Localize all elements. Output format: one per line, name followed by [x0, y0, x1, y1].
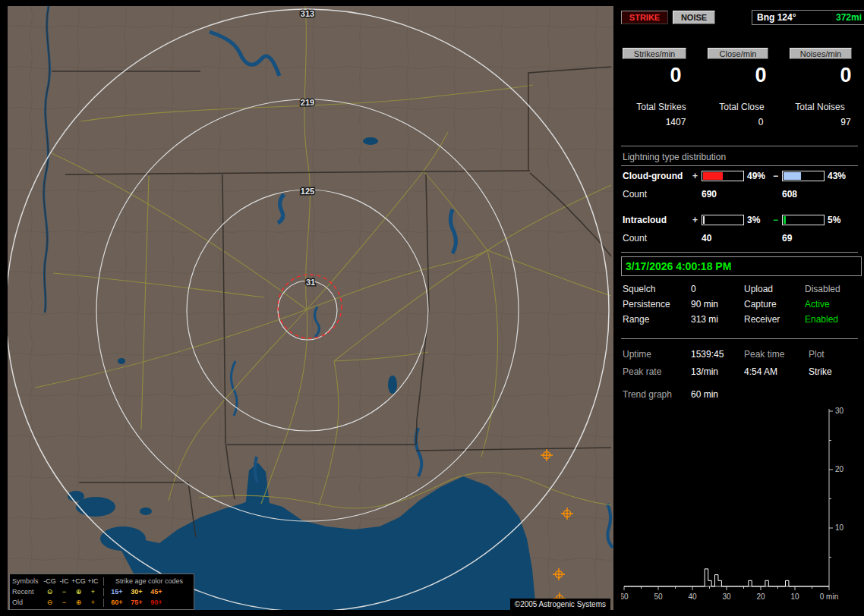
plot-label: Plot [809, 349, 825, 360]
status-panel: STRIKE NOISE Bng 124° 372mi Strikes/min … [621, 6, 858, 610]
bearing-range: 372mi [836, 12, 862, 23]
age-45: 45+ [147, 586, 166, 597]
copyright-text: ©2005 Astrogenic Systems [510, 599, 610, 610]
ring-label-31: 31 [306, 278, 315, 287]
total-strikes-label: Total Strikes [621, 102, 702, 112]
age-90: 90+ [147, 597, 166, 608]
legend-divider [103, 588, 104, 596]
svg-text:10: 10 [790, 592, 799, 601]
range-value: 313 mi [691, 314, 718, 325]
neg-ic-recent-icon: − [57, 586, 71, 597]
persistence-label: Persistence [623, 299, 670, 310]
receiver-value: Enabled [805, 314, 838, 325]
intracloud-count-row: Count 40 69 [621, 233, 858, 245]
datetime-display: 3/17/2026 4:00:18 PM [621, 256, 862, 276]
cloud-ground-row: Cloud-ground + 49% − 43% [621, 171, 858, 183]
trend-axes [624, 409, 829, 586]
noises-per-min-value: 0 [806, 64, 864, 87]
positive-sign: + [692, 171, 698, 181]
upload-label: Upload [744, 284, 773, 295]
persistence-value: 90 min [691, 299, 718, 310]
positive-sign: + [692, 215, 698, 225]
trend-graph-row: Trend graph 60 min [621, 389, 858, 401]
total-noises-value: 97 [806, 117, 864, 127]
pos-cg-recent-icon: ⊕ [71, 586, 86, 597]
legend-col-neg-ic: -IC [57, 576, 71, 586]
strikes-per-min-chip: Strikes/min [623, 48, 686, 59]
plot-value: Strike [809, 366, 832, 378]
svg-text:20: 20 [835, 465, 844, 473]
squelch-label: Squelch [623, 284, 655, 295]
ring-label-125: 125 [301, 187, 314, 196]
strikes-per-min-value: 0 [636, 64, 715, 87]
noises-per-min-chip: Noises/min [790, 48, 852, 59]
neg-ic-old-icon: − [57, 597, 71, 608]
age-15: 15+ [107, 586, 127, 597]
noise-toggle-button[interactable]: NOISE [673, 11, 715, 24]
negative-sign: − [773, 215, 778, 225]
peak-rate-row: Peak rate 13/min 4:54 AM Strike [621, 366, 858, 379]
trend-chart: 6050403020100 min 102030 [621, 405, 858, 610]
age-75: 75+ [127, 597, 147, 608]
svg-text:30: 30 [722, 592, 731, 601]
ring-label-219: 219 [301, 98, 314, 107]
squelch-value: 0 [691, 284, 696, 295]
peak-time-value: 4:54 AM [744, 366, 777, 378]
svg-text:0 min: 0 min [820, 592, 838, 601]
count-label: Count [623, 233, 647, 244]
cg-negative-pct: 43% [828, 171, 846, 181]
ic-positive-bar [702, 215, 744, 225]
bearing-display: Bng 124° 372mi [752, 10, 864, 25]
legend-symbols-header: Symbols [12, 576, 43, 586]
svg-text:40: 40 [688, 592, 697, 601]
legend-old-label: Old [12, 597, 43, 608]
map-view[interactable]: 313 219 125 31 Symbols -CG -IC +CG +IC S… [8, 6, 613, 610]
total-noises-label: Total Noises [782, 102, 858, 112]
total-strikes-value: 1407 [636, 117, 715, 127]
strike-toggle-button[interactable]: STRIKE [621, 11, 668, 24]
age-30: 30+ [127, 586, 147, 597]
pos-ic-old-icon: + [86, 597, 100, 608]
capture-label: Capture [744, 299, 777, 310]
ic-negative-pct: 5% [828, 215, 840, 225]
divider [621, 252, 858, 253]
intracloud-label: Intracloud [623, 215, 667, 225]
ring-label-313: 313 [301, 9, 314, 18]
pos-ic-recent-icon: + [86, 586, 100, 597]
close-per-min-value: 0 [721, 64, 800, 87]
total-close-label: Total Close [702, 102, 782, 112]
legend-divider [103, 599, 104, 607]
cg-positive-pct: 49% [747, 171, 765, 181]
trend-window-value: 60 min [691, 389, 718, 401]
persistence-row: Persistence 90 min Capture Active [621, 299, 858, 311]
peak-rate-value: 13/min [691, 366, 718, 378]
svg-text:60: 60 [621, 592, 629, 601]
legend-col-neg-cg: -CG [43, 576, 57, 586]
close-per-min-chip: Close/min [708, 48, 768, 59]
map-legend: Symbols -CG -IC +CG +IC Strike age color… [9, 574, 194, 610]
uptime-value: 1539:45 [691, 349, 724, 360]
cg-negative-bar [782, 171, 825, 181]
ic-negative-bar [782, 215, 825, 225]
trend-series-line [624, 569, 829, 586]
range-row: Range 313 mi Receiver Enabled [621, 314, 858, 326]
pos-cg-old-icon: ⊕ [71, 597, 86, 608]
ic-positive-count: 40 [702, 233, 711, 244]
divider [621, 165, 858, 166]
ic-positive-pct: 3% [747, 215, 760, 225]
app-window: 313 219 125 31 Symbols -CG -IC +CG +IC S… [0, 0, 864, 616]
legend-age-header: Strike age color codes [107, 576, 191, 586]
capture-value: Active [805, 299, 830, 310]
age-60: 60+ [107, 597, 127, 608]
ic-negative-count: 69 [782, 233, 792, 244]
trend-graph-label: Trend graph [623, 389, 672, 401]
legend-divider [103, 577, 104, 586]
distribution-header: Lightning type distribution [623, 152, 726, 162]
neg-cg-old-icon: ⊖ [43, 597, 57, 608]
cg-positive-bar [702, 171, 744, 181]
uptime-label: Uptime [623, 349, 651, 360]
peak-rate-label: Peak rate [623, 366, 661, 378]
count-label: Count [623, 189, 647, 200]
cloud-ground-label: Cloud-ground [623, 171, 683, 181]
legend-header-row: Symbols -CG -IC +CG +IC Strike age color… [12, 576, 191, 586]
